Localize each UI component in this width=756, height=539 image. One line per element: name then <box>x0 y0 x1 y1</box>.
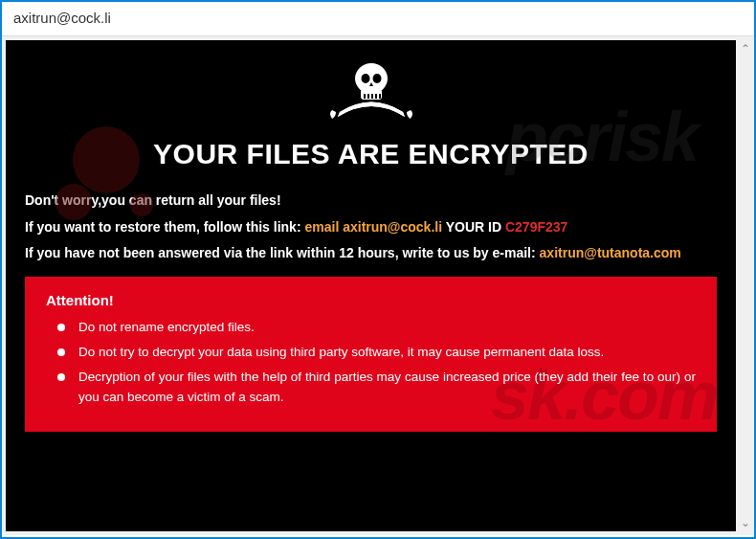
svg-rect-5 <box>367 94 369 99</box>
attention-list: Do not rename encrypted files. Do not tr… <box>46 318 696 407</box>
your-id-label: YOUR ID <box>442 219 505 235</box>
attention-panel: Attention! Do not rename encrypted files… <box>25 277 717 432</box>
text-fragment: If you have not been answered via the li… <box>25 245 540 260</box>
line-contact-primary: If you want to restore them, follow this… <box>25 218 717 237</box>
svg-point-2 <box>361 74 369 83</box>
skull-icon <box>25 57 717 128</box>
text-email-prefix: email <box>304 219 343 235</box>
list-item: Do not rename encrypted files. <box>78 318 696 337</box>
vertical-scrollbar[interactable]: ⌃ ⌄ <box>736 36 754 535</box>
window-titlebar: axitrun@cock.li <box>2 2 754 36</box>
list-item: Do not try to decrypt your data using th… <box>78 343 696 362</box>
svg-rect-4 <box>364 94 366 99</box>
svg-rect-7 <box>375 94 377 99</box>
list-item: Decryption of your files with the help o… <box>78 368 696 407</box>
victim-id: C279F237 <box>505 219 567 235</box>
watermark-dot <box>130 193 153 216</box>
svg-point-3 <box>372 74 381 83</box>
text-fragment: If you want to restore them, follow this… <box>25 219 304 235</box>
secondary-email: axitrun@tutanota.com <box>540 245 681 260</box>
scroll-up-icon[interactable]: ⌃ <box>741 42 750 56</box>
watermark-dot <box>73 126 140 193</box>
watermark-dot <box>56 184 92 220</box>
client-area: pcrisk sk.com <box>2 36 754 535</box>
line-reassure: Don't worry,you can return all your file… <box>25 191 717 211</box>
svg-rect-6 <box>371 94 373 99</box>
svg-rect-8 <box>379 94 381 99</box>
window-title: axitrun@cock.li <box>13 10 111 26</box>
attention-title: Attention! <box>46 292 696 308</box>
primary-email: axitrun@cock.li <box>343 219 442 235</box>
content-wrap: pcrisk sk.com <box>2 36 736 535</box>
line-contact-secondary: If you have not been answered via the li… <box>25 244 717 263</box>
ransom-note: pcrisk sk.com <box>6 40 736 531</box>
scroll-down-icon[interactable]: ⌄ <box>741 516 750 529</box>
